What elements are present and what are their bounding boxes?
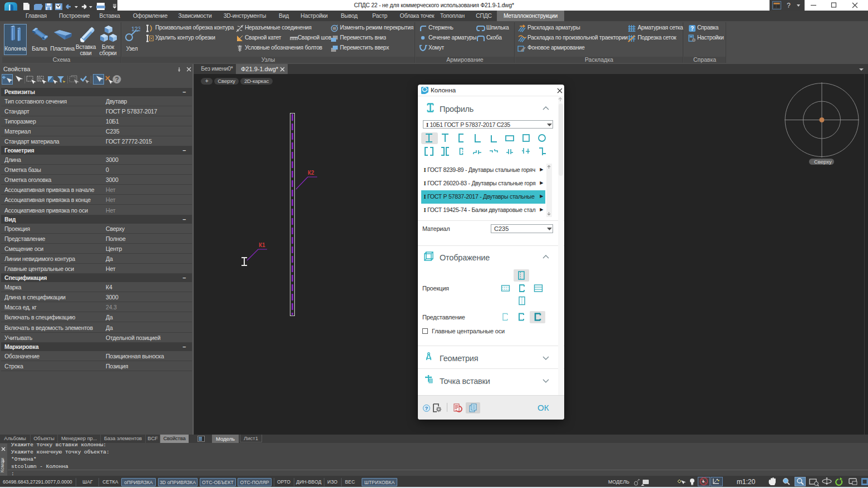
svg-text:К2: К2 (308, 170, 314, 176)
svg-text:Сверху: Сверху (814, 159, 832, 165)
svg-text:?: ? (787, 2, 791, 9)
svg-text:К1: К1 (259, 242, 265, 248)
svg-text:?: ? (691, 26, 694, 32)
svg-text:m1:20: m1:20 (737, 478, 756, 486)
svg-text:?: ? (115, 76, 119, 83)
svg-text:?: ? (425, 405, 428, 411)
